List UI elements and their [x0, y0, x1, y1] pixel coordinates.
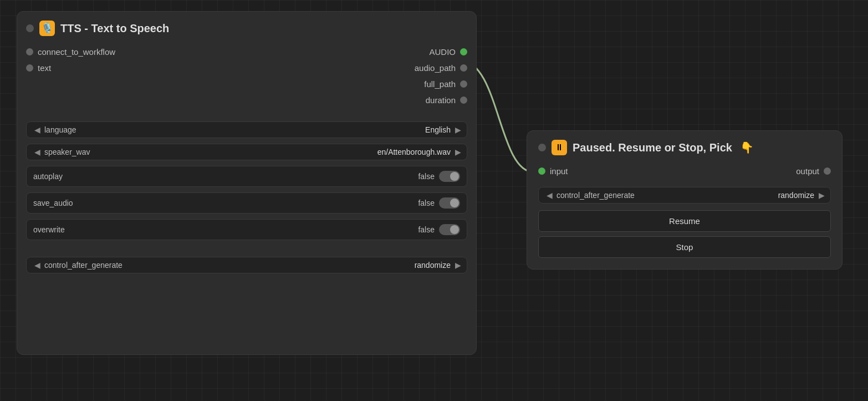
- tts-icon: 🎙️: [41, 22, 53, 34]
- save-audio-value: false: [418, 199, 435, 207]
- pause-io-row: input output: [538, 166, 831, 176]
- pause-output: output: [796, 166, 831, 176]
- tts-icon-badge: 🎙️: [39, 21, 55, 36]
- tts-io-section: connect_to_workflow text AUDIO audio_pat…: [26, 47, 467, 105]
- tts-input-connect: connect_to_workflow: [26, 47, 115, 57]
- overwrite-label: overwrite: [33, 225, 418, 234]
- tts-output-audio-path: audio_path: [415, 63, 467, 73]
- pause-pick-icon: 👇: [740, 141, 754, 154]
- autoplay-label: autoplay: [33, 172, 418, 181]
- tts-cag-label: control_after_generate: [44, 261, 415, 270]
- stop-button[interactable]: Stop: [538, 236, 831, 258]
- pause-output-dot: [824, 167, 831, 175]
- pause-input-dot: [538, 167, 545, 175]
- audio-dot: [460, 48, 467, 55]
- tts-cag-left-arrow[interactable]: ◀: [32, 261, 42, 270]
- pause-node: ⏸ Paused. Resume or Stop, Pick 👇 input o…: [527, 130, 843, 270]
- speaker-left-arrow[interactable]: ◀: [32, 148, 42, 156]
- tts-output-audio: AUDIO: [429, 47, 467, 57]
- pause-cag-label: control_after_generate: [556, 191, 778, 200]
- language-selector[interactable]: ◀ language English ▶: [26, 121, 467, 138]
- tts-cag-right-arrow[interactable]: ▶: [455, 261, 461, 270]
- text-label: text: [38, 63, 51, 73]
- language-label: language: [44, 125, 425, 134]
- speaker-wav-label: speaker_wav: [44, 148, 377, 156]
- tts-output-full-path: full_path: [424, 79, 467, 89]
- tts-node-title: TTS - Text to Speech: [60, 22, 169, 35]
- tts-inputs: connect_to_workflow text: [26, 47, 115, 73]
- tts-output-duration: duration: [426, 95, 467, 105]
- save-audio-toggle-row: save_audio false: [26, 192, 467, 214]
- pause-output-label: output: [796, 166, 819, 176]
- pause-cag-left-arrow[interactable]: ◀: [544, 191, 554, 200]
- pause-node-title: Paused. Resume or Stop, Pick: [573, 141, 732, 154]
- tts-control-after-generate[interactable]: ◀ control_after_generate randomize ▶: [26, 257, 467, 273]
- overwrite-value: false: [418, 225, 435, 234]
- pause-control-after-generate[interactable]: ◀ control_after_generate randomize ▶: [538, 187, 831, 204]
- pause-cag-value: randomize: [778, 191, 814, 200]
- text-dot: [26, 64, 33, 72]
- audio-label: AUDIO: [429, 47, 456, 57]
- language-right-arrow[interactable]: ▶: [455, 125, 461, 134]
- pause-input-label: input: [550, 166, 568, 176]
- speaker-right-arrow[interactable]: ▶: [455, 148, 461, 156]
- speaker-wav-selector[interactable]: ◀ speaker_wav en/Attenborough.wav ▶: [26, 144, 467, 160]
- language-value: English: [425, 125, 451, 134]
- audio-path-dot: [460, 64, 467, 72]
- pause-cag-right-arrow[interactable]: ▶: [819, 191, 825, 200]
- connect-dot: [26, 48, 33, 55]
- language-left-arrow[interactable]: ◀: [32, 125, 42, 134]
- save-audio-switch[interactable]: [439, 197, 460, 209]
- duration-label: duration: [426, 95, 456, 105]
- full-path-dot: [460, 80, 467, 88]
- overwrite-toggle-row: overwrite false: [26, 219, 467, 240]
- tts-node-header: 🎙️ TTS - Text to Speech: [26, 21, 467, 36]
- tts-outputs: AUDIO audio_path full_path duration: [415, 47, 467, 105]
- autoplay-toggle-row: autoplay false: [26, 166, 467, 187]
- autoplay-value: false: [418, 172, 435, 181]
- connect-label: connect_to_workflow: [38, 47, 115, 57]
- tts-cag-value: randomize: [415, 261, 451, 270]
- pause-icon-badge: ⏸: [552, 140, 567, 155]
- tts-node: 🎙️ TTS - Text to Speech connect_to_workf…: [17, 11, 477, 355]
- speaker-wav-value: en/Attenborough.wav: [377, 148, 451, 156]
- full-path-label: full_path: [424, 79, 456, 89]
- duration-dot: [460, 97, 467, 104]
- resume-button[interactable]: Resume: [538, 210, 831, 232]
- pause-status-dot: [538, 144, 546, 151]
- tts-input-text: text: [26, 63, 115, 73]
- audio-path-label: audio_path: [415, 63, 456, 73]
- overwrite-switch[interactable]: [439, 224, 460, 235]
- tts-status-dot: [26, 24, 34, 32]
- pause-node-header: ⏸ Paused. Resume or Stop, Pick 👇: [538, 140, 831, 155]
- autoplay-switch[interactable]: [439, 171, 460, 182]
- pause-input: input: [538, 166, 568, 176]
- save-audio-label: save_audio: [33, 199, 418, 207]
